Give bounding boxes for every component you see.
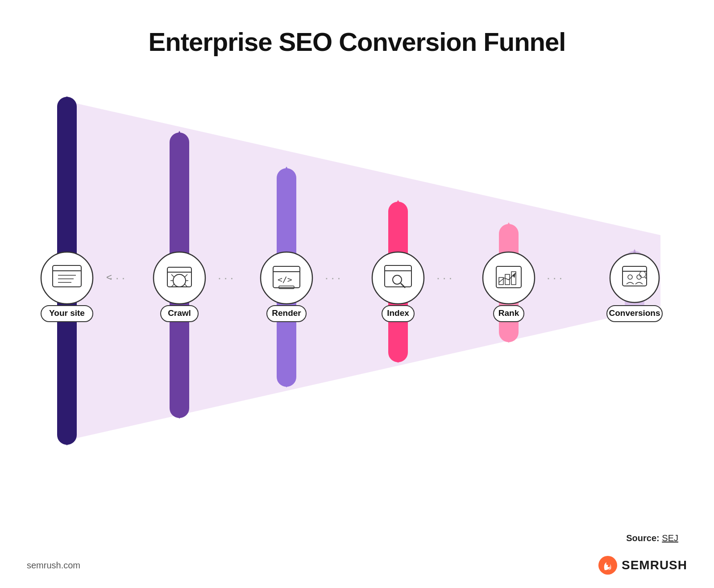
funnel-svg: ··· ··· ··· ··· ··· (22, 75, 692, 467)
svg-text:Your site: Your site (49, 308, 85, 318)
svg-text:···: ··· (218, 271, 236, 285)
svg-rect-79 (267, 306, 306, 322)
svg-rect-53 (273, 266, 300, 288)
source-label: Source: (626, 533, 659, 543)
svg-text:Index: Index (387, 308, 409, 318)
footer: semrush.com SEMRUSH (0, 556, 714, 575)
svg-marker-18 (396, 200, 400, 206)
svg-line-47 (185, 274, 187, 277)
svg-text:···: ··· (109, 271, 128, 285)
svg-point-36 (41, 252, 93, 304)
svg-rect-1 (57, 97, 77, 445)
svg-line-46 (171, 274, 174, 277)
svg-marker-0 (67, 101, 660, 440)
svg-rect-66 (511, 272, 516, 285)
svg-rect-75 (41, 306, 93, 322)
svg-text:Crawl: Crawl (168, 308, 191, 318)
semrush-brand-text: SEMRUSH (622, 558, 687, 572)
svg-marker-8 (177, 131, 182, 137)
semrush-icon (598, 556, 617, 575)
svg-rect-81 (382, 306, 414, 322)
svg-line-51 (185, 284, 187, 287)
svg-rect-56 (279, 286, 294, 289)
svg-text:</>: </> (278, 275, 292, 284)
svg-rect-58 (385, 265, 411, 287)
svg-point-60 (393, 275, 402, 284)
source-attribution: Source: SEJ (626, 533, 678, 543)
svg-text:Conversions: Conversions (609, 308, 660, 318)
source-link[interactable]: SEJ (662, 533, 678, 543)
svg-text:<: < (106, 272, 112, 283)
svg-marker-13 (284, 166, 289, 173)
svg-line-74 (645, 277, 647, 279)
svg-rect-6 (170, 133, 189, 418)
svg-marker-30 (632, 309, 637, 315)
svg-text:···: ··· (325, 271, 343, 285)
svg-rect-37 (53, 265, 81, 287)
footer-domain: semrush.com (27, 560, 80, 571)
svg-point-73 (639, 271, 646, 277)
svg-marker-10 (177, 413, 182, 419)
svg-point-62 (483, 252, 535, 304)
svg-rect-65 (505, 274, 510, 285)
svg-line-50 (171, 284, 174, 287)
svg-rect-64 (499, 277, 503, 285)
svg-marker-20 (396, 357, 400, 363)
svg-rect-43 (167, 267, 191, 287)
svg-rect-11 (277, 168, 296, 387)
semrush-logo: SEMRUSH (598, 556, 687, 575)
svg-marker-67 (512, 273, 515, 278)
svg-text:Render: Render (272, 308, 301, 318)
svg-text:···: ··· (547, 271, 565, 285)
svg-marker-15 (284, 381, 289, 388)
svg-point-52 (261, 252, 312, 304)
svg-marker-25 (506, 337, 511, 343)
svg-text:Rank: Rank (498, 308, 519, 318)
svg-rect-26 (625, 251, 644, 313)
svg-rect-77 (161, 306, 198, 322)
svg-line-61 (401, 283, 405, 288)
svg-marker-23 (506, 222, 511, 228)
svg-point-57 (372, 252, 424, 304)
svg-rect-16 (388, 202, 408, 362)
svg-rect-69 (623, 266, 647, 286)
page-container: Enterprise SEO Conversion Funnel (0, 0, 714, 588)
svg-marker-28 (632, 249, 637, 255)
svg-point-71 (628, 275, 632, 279)
svg-point-45 (173, 274, 186, 287)
svg-rect-85 (607, 306, 662, 322)
svg-point-72 (637, 275, 641, 279)
page-title: Enterprise SEO Conversion Funnel (149, 27, 566, 57)
svg-text:···: ··· (436, 271, 455, 285)
svg-point-42 (154, 252, 205, 304)
svg-rect-21 (499, 224, 519, 342)
svg-rect-83 (494, 306, 524, 322)
svg-point-68 (610, 253, 659, 302)
svg-marker-3 (65, 96, 69, 102)
svg-rect-63 (496, 266, 521, 288)
funnel-area: ··· ··· ··· ··· ··· (22, 75, 692, 467)
svg-marker-5 (65, 439, 69, 446)
